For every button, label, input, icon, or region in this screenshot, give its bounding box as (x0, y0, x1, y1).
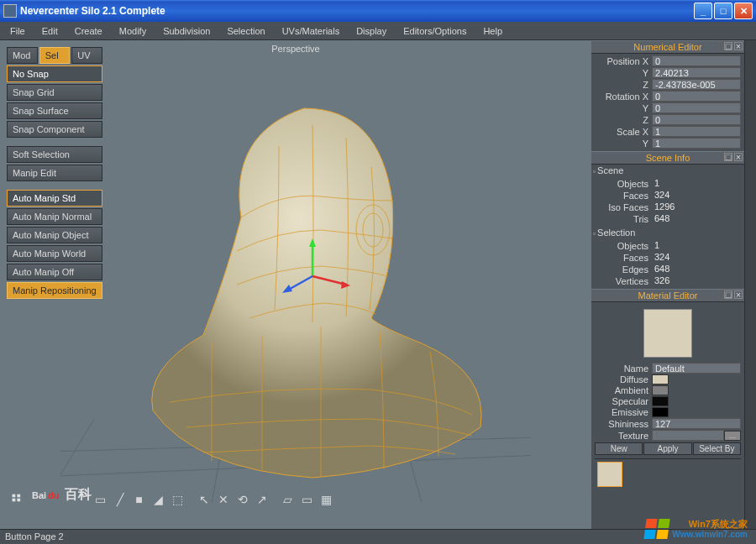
menu-editors[interactable]: Editors/Options (396, 24, 473, 38)
poly-icon[interactable]: ◢ (150, 491, 167, 508)
automanipobject-button[interactable]: Auto Manip Object (7, 227, 102, 243)
automanipstd-button[interactable]: Auto Manip Std (7, 190, 102, 207)
automanipworld-button[interactable]: Auto Manip World (7, 245, 102, 262)
mode-sel-button[interactable]: Sel (39, 47, 71, 64)
texture-browse-button[interactable]: … (724, 431, 741, 441)
menu-file[interactable]: File (3, 24, 32, 38)
material-list-swatch[interactable] (597, 462, 622, 487)
material-new-button[interactable]: New (595, 442, 643, 455)
maximize-button[interactable]: □ (714, 3, 732, 19)
shininess-field[interactable]: 127 (652, 418, 741, 429)
snapgrid-button[interactable]: Snap Grid (7, 84, 102, 101)
panel-min-icon[interactable]: □ (724, 290, 732, 299)
rotation-y-field[interactable]: 0 (652, 102, 741, 113)
window-title: Nevercenter Silo 2.1 Complete (20, 5, 694, 17)
nosnap-button[interactable]: No Snap (7, 65, 102, 82)
scene-isofaces: 1296 (652, 201, 741, 212)
sel-edges: 648 (652, 264, 741, 275)
material-apply-button[interactable]: Apply (643, 442, 691, 455)
scene-faces: 324 (652, 190, 741, 201)
position-x-field[interactable]: 0 (652, 55, 741, 66)
selection-subheader[interactable]: Selection (591, 227, 744, 238)
sel-faces: 324 (652, 252, 741, 263)
wire-icon[interactable]: ▱ (280, 491, 297, 508)
close-button[interactable]: ✕ (734, 3, 753, 19)
scene-info-header[interactable]: Scene Info □× (591, 151, 744, 165)
material-editor-header[interactable]: Material Editor □× (591, 289, 744, 302)
scene-objects: 1 (652, 178, 741, 189)
mode-uv-button[interactable]: UV (71, 47, 102, 64)
right-scrollbar[interactable] (744, 40, 756, 529)
material-name-field[interactable]: Default (652, 363, 741, 374)
menu-edit[interactable]: Edit (35, 24, 65, 38)
menu-selection[interactable]: Selection (220, 24, 271, 38)
texture-field[interactable] (652, 430, 724, 441)
menu-bar: File Edit Create Modify Subdivision Sele… (0, 22, 756, 40)
specular-swatch[interactable] (652, 396, 669, 406)
softselection-button[interactable]: Soft Selection (7, 146, 102, 163)
snapsurface-button[interactable]: Snap Surface (7, 102, 102, 119)
edge-icon[interactable]: ╱ (112, 491, 129, 508)
scene-subheader[interactable]: Scene (591, 165, 744, 176)
app-icon (3, 4, 17, 18)
minimize-button[interactable]: _ (694, 3, 712, 19)
arrow-icon[interactable]: ↖ (196, 491, 213, 508)
menu-uvs[interactable]: UVs/Materials (276, 24, 346, 38)
maniprepositioning-button[interactable]: Manip Repositioning (7, 282, 102, 299)
scale-y-field[interactable]: 1 (652, 138, 741, 149)
menu-create[interactable]: Create (68, 24, 109, 38)
manipedit-button[interactable]: Manip Edit (7, 165, 102, 181)
menu-help[interactable]: Help (476, 24, 509, 38)
panel-min-icon[interactable]: □ (724, 42, 732, 50)
material-selectby-button[interactable]: Select By (693, 442, 741, 455)
position-z-field[interactable]: -2.43783e-005 (652, 79, 741, 90)
grid-icon[interactable]: ▦ (318, 491, 335, 508)
sel-vertices: 326 (652, 275, 741, 286)
mode-mod-button[interactable]: Mod (7, 47, 38, 64)
shade-icon[interactable]: ▭ (299, 491, 316, 508)
diffuse-swatch[interactable] (652, 374, 669, 384)
scale-icon[interactable]: ↗ (254, 491, 270, 508)
win7-watermark: Win7系统之家Www.winwin7.com (645, 519, 748, 539)
select-rect-icon[interactable]: ▭ (92, 491, 109, 508)
automanipnormal-button[interactable]: Auto Manip Normal (7, 208, 102, 225)
panel-close-icon[interactable]: × (734, 153, 743, 161)
panel-close-icon[interactable]: × (734, 290, 743, 299)
ambient-swatch[interactable] (652, 385, 669, 395)
status-bar: Button Page 2 (0, 529, 756, 544)
emissive-swatch[interactable] (652, 407, 669, 417)
material-preview[interactable] (643, 309, 692, 358)
bottom-toolbar: ▭ ╱ ■ ◢ ⬚ ↖ ✕ ⟲ ↗ ▱ ▭ ▦ (0, 489, 427, 510)
panel-min-icon[interactable]: □ (724, 153, 732, 161)
sel-objects: 1 (652, 240, 741, 251)
object-icon[interactable]: ⬚ (170, 491, 186, 508)
menu-display[interactable]: Display (349, 24, 393, 38)
menu-subdivision[interactable]: Subdivision (156, 24, 217, 38)
rotate-icon[interactable]: ⟲ (234, 491, 251, 508)
viewport-3d-model (60, 66, 531, 503)
right-panel: Numerical Editor □× Position X0 Y2.40213… (591, 40, 756, 529)
left-toolbar: Mod Sel UV No Snap Snap Grid Snap Surfac… (7, 47, 102, 299)
panel-close-icon[interactable]: × (734, 42, 743, 50)
scene-tris: 648 (652, 213, 741, 224)
window-titlebar: Nevercenter Silo 2.1 Complete _ □ ✕ (0, 0, 756, 22)
scale-x-field[interactable]: 1 (652, 126, 741, 137)
viewport-label: Perspective (271, 44, 319, 54)
automanipoff-button[interactable]: Auto Manip Off (7, 264, 102, 280)
face-icon[interactable]: ■ (131, 491, 148, 508)
windows-flag-icon (644, 519, 670, 539)
viewport[interactable]: Perspective (0, 40, 591, 529)
rotation-x-field[interactable]: 0 (652, 91, 741, 102)
position-y-field[interactable]: 2.40213 (652, 67, 741, 78)
snapcomponent-button[interactable]: Snap Component (7, 121, 102, 138)
axis-icon[interactable]: ✕ (215, 491, 232, 508)
numerical-editor-header[interactable]: Numerical Editor □× (591, 40, 744, 54)
menu-modify[interactable]: Modify (113, 24, 153, 38)
rotation-z-field[interactable]: 0 (652, 114, 741, 125)
